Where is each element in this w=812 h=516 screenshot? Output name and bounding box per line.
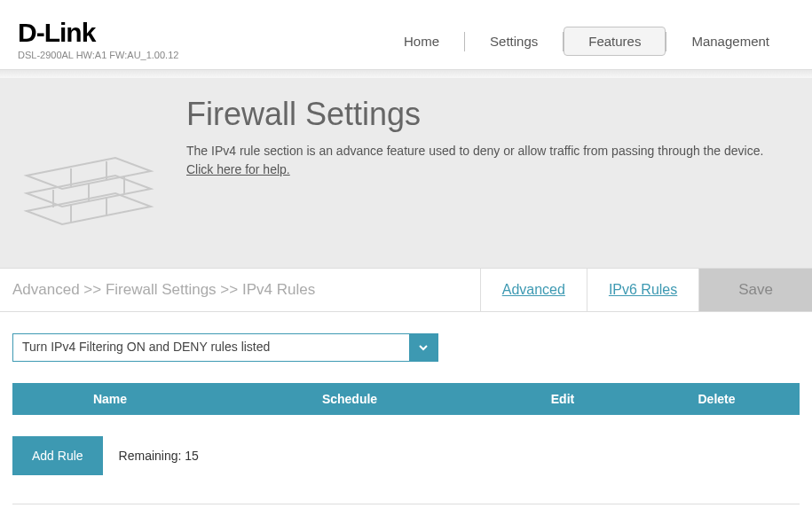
tab-advanced[interactable]: Advanced: [481, 269, 587, 311]
save-button[interactable]: Save: [699, 269, 812, 311]
col-header-name: Name: [12, 392, 208, 406]
nav-management[interactable]: Management: [666, 27, 794, 56]
col-header-delete: Delete: [634, 392, 800, 406]
breadcrumb-row: Advanced >> Firewall Settings >> IPv4 Ru…: [0, 268, 812, 312]
content: Turn IPv4 Filtering ON and DENY rules li…: [0, 312, 812, 482]
header: D-Link DSL-2900AL HW:A1 FW:AU_1.00.12 Ho…: [0, 0, 812, 69]
device-info: DSL-2900AL HW:A1 FW:AU_1.00.12: [18, 50, 178, 60]
filtering-mode-select[interactable]: Turn IPv4 Filtering ON and DENY rules li…: [12, 333, 438, 362]
copyright: COPYRIGHT © 2014 D-Link: [0, 504, 812, 516]
nav-home[interactable]: Home: [379, 27, 464, 56]
logo-block: D-Link DSL-2900AL HW:A1 FW:AU_1.00.12: [18, 18, 178, 60]
add-rule-button[interactable]: Add Rule: [12, 436, 103, 475]
nav-settings[interactable]: Settings: [465, 27, 563, 56]
brand-logo: D-Link: [18, 18, 178, 48]
dropdown-selected-value: Turn IPv4 Filtering ON and DENY rules li…: [13, 334, 409, 361]
hero: Firewall Settings The IPv4 rule section …: [0, 78, 812, 268]
page-description: The IPv4 rule section is an advance feat…: [186, 142, 794, 179]
col-header-schedule: Schedule: [208, 392, 492, 406]
breadcrumb: Advanced >> Firewall Settings >> IPv4 Ru…: [0, 269, 481, 311]
rules-table-header: Name Schedule Edit Delete: [12, 383, 800, 415]
remaining-count: Remaining: 15: [119, 449, 199, 463]
hero-text: Firewall Settings The IPv4 rule section …: [186, 96, 812, 179]
add-rule-row: Add Rule Remaining: 15: [12, 436, 800, 475]
nav-features[interactable]: Features: [564, 27, 666, 56]
tab-ipv6-rules[interactable]: IPv6 Rules: [587, 269, 699, 311]
firewall-icon: [0, 96, 186, 241]
help-link[interactable]: Click here for help.: [186, 162, 290, 176]
chevron-down-icon[interactable]: [409, 334, 438, 361]
header-divider: [0, 69, 812, 78]
col-header-edit: Edit: [492, 392, 634, 406]
main-nav: Home Settings Features Management: [379, 18, 794, 56]
desc-text: The IPv4 rule section is an advance feat…: [186, 144, 763, 158]
page-title: Firewall Settings: [186, 96, 794, 133]
